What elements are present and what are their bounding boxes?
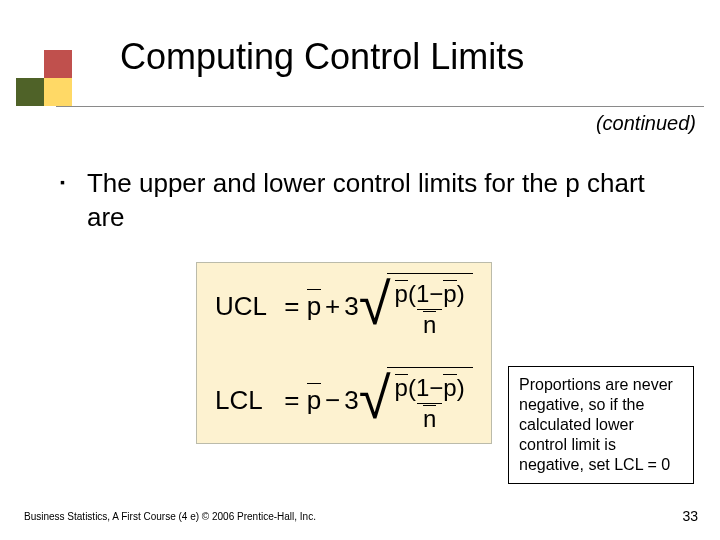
- page-number: 33: [682, 508, 698, 524]
- p-bar-num: p: [395, 376, 408, 400]
- numerator: p(1−p): [393, 376, 467, 403]
- numerator: p(1−p): [393, 282, 467, 309]
- radicand: p(1−p) n: [387, 367, 473, 433]
- ucl-label: UCL: [215, 291, 277, 322]
- equals-sign: =: [277, 291, 307, 322]
- denominator: n: [417, 309, 442, 337]
- equals-sign: =: [277, 385, 307, 416]
- fraction: p(1−p) n: [393, 282, 467, 337]
- p-bar-num2: p: [443, 282, 456, 306]
- page-title: Computing Control Limits: [120, 36, 524, 78]
- radicand: p(1−p) n: [387, 273, 473, 339]
- continued-label: (continued): [596, 112, 696, 135]
- plus-sign: +: [321, 291, 344, 322]
- bullet-marker-icon: ▪: [60, 166, 65, 234]
- n-bar: n: [423, 407, 436, 431]
- bullet-text: The upper and lower control limits for t…: [87, 166, 680, 234]
- p-bar: p: [307, 291, 321, 322]
- p-bar: p: [307, 385, 321, 416]
- title-underline: [56, 106, 704, 107]
- sqrt-icon: √ p(1−p) n: [359, 273, 473, 339]
- one: 1: [416, 374, 429, 401]
- note-callout: Proportions are never negative, so if th…: [508, 366, 694, 484]
- coefficient: 3: [344, 291, 358, 322]
- square-green-icon: [16, 78, 44, 106]
- coefficient: 3: [344, 385, 358, 416]
- equation-lcl: LCL = p − 3 √ p(1−p) n: [215, 367, 473, 433]
- bullet-item: ▪ The upper and lower control limits for…: [60, 166, 680, 234]
- n-bar: n: [423, 313, 436, 337]
- slide: Computing Control Limits (continued) ▪ T…: [0, 0, 720, 540]
- sqrt-icon: √ p(1−p) n: [359, 367, 473, 433]
- decorative-squares: [16, 50, 72, 106]
- fraction: p(1−p) n: [393, 376, 467, 431]
- square-yellow-icon: [44, 78, 72, 106]
- one: 1: [416, 280, 429, 307]
- minus-sign: −: [321, 385, 344, 416]
- formula-box: UCL = p + 3 √ p(1−p) n: [196, 262, 492, 444]
- lcl-label: LCL: [215, 385, 277, 416]
- p-bar-num: p: [395, 282, 408, 306]
- equation-ucl: UCL = p + 3 √ p(1−p) n: [215, 273, 473, 339]
- denominator: n: [417, 403, 442, 431]
- square-red-icon: [44, 50, 72, 78]
- footer-copyright: Business Statistics, A First Course (4 e…: [24, 511, 316, 522]
- p-bar-num2: p: [443, 376, 456, 400]
